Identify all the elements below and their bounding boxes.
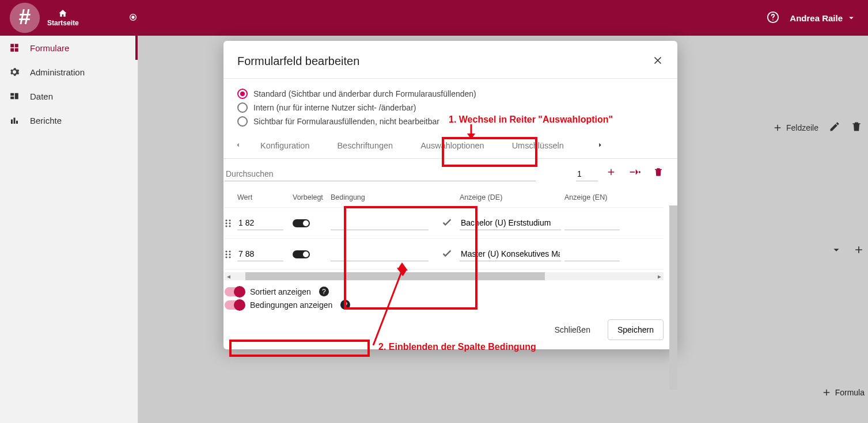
radio-intern[interactable]: Intern (nur für interne Nutzer sicht- /ä…	[237, 101, 664, 115]
switch-label: Bedingungen anzeigen	[250, 300, 332, 310]
svg-point-22	[229, 225, 230, 227]
delete-all-icon[interactable]	[653, 167, 664, 179]
tabs-scroll-right[interactable]	[592, 134, 609, 158]
wert-input[interactable]	[237, 216, 283, 230]
home-icon	[58, 9, 68, 18]
radio-standard[interactable]: Standard (Sichtbar und änderbar durch Fo…	[237, 87, 664, 101]
count-input[interactable]	[576, 167, 598, 181]
app-header: # Startseite Andrea Raile	[0, 0, 868, 36]
app-logo: #	[7, 0, 43, 36]
svg-point-18	[229, 219, 230, 221]
tab-konfiguration[interactable]: Konfiguration	[247, 133, 323, 158]
bedingung-input[interactable]	[331, 247, 429, 261]
close-icon[interactable]	[652, 55, 664, 68]
close-button[interactable]: Schließen	[545, 319, 600, 340]
tabs-scroll-left[interactable]	[229, 134, 247, 158]
svg-point-20	[229, 222, 230, 224]
check-icon[interactable]	[434, 216, 460, 230]
svg-point-5	[772, 19, 774, 20]
switch-label: Sortiert anzeigen	[250, 287, 311, 296]
home-label: Startseite	[47, 19, 79, 27]
options-table: Wert Vorbelegt Bedingung Anzeige (DE) An…	[225, 187, 664, 270]
th-anzeige-en: Anzeige (EN)	[564, 193, 664, 201]
search-input[interactable]	[225, 167, 536, 181]
table-row	[225, 239, 664, 270]
wert-input[interactable]	[237, 247, 283, 261]
svg-point-21	[225, 225, 227, 227]
svg-point-24	[229, 250, 230, 252]
horizontal-scrollbar[interactable]: ◄ ►	[225, 272, 664, 280]
annotation-text-1: 1. Wechsel in Reiter "Auswahloption"	[449, 115, 613, 125]
anzeige-de-input[interactable]	[460, 216, 561, 230]
help-conditions-icon[interactable]: ?	[340, 300, 350, 310]
help-icon[interactable]	[767, 11, 779, 25]
vorbelegt-toggle[interactable]	[293, 250, 310, 258]
annotation-text-2: 2. Einblenden der Spalte Bedingung	[378, 342, 536, 352]
th-vorbelegt: Vorbelegt	[293, 193, 331, 201]
svg-text:#: #	[19, 5, 31, 29]
drag-handle-icon[interactable]	[225, 250, 237, 259]
edit-field-modal: Formularfeld bearbeiten Standard (Sichtb…	[223, 41, 677, 349]
drag-handle-icon[interactable]	[225, 219, 237, 228]
svg-point-27	[225, 256, 227, 258]
user-name: Andrea Raile	[790, 13, 843, 23]
radio-label: Sichtbar für Formularausfüllenden, nicht…	[253, 117, 439, 126]
th-wert: Wert	[237, 193, 293, 201]
th-bedingung: Bedingung	[331, 193, 434, 201]
tab-beschriftungen[interactable]: Beschriftungen	[323, 133, 407, 158]
radio-label: Intern (nur für interne Nutzer sicht- /ä…	[253, 103, 416, 112]
sort-toggle[interactable]	[225, 287, 244, 296]
home-button[interactable]: Startseite	[47, 9, 79, 27]
svg-point-23	[225, 250, 227, 252]
radio-label: Standard (Sichtbar und änderbar durch Fo…	[253, 89, 476, 98]
svg-point-3	[132, 16, 134, 18]
save-button[interactable]: Speichern	[608, 319, 664, 340]
user-menu[interactable]: Andrea Raile	[790, 13, 856, 23]
anzeige-en-input[interactable]	[564, 247, 620, 261]
svg-point-16	[639, 171, 640, 173]
svg-point-25	[225, 253, 227, 255]
svg-point-17	[225, 219, 227, 221]
help-sort-icon[interactable]: ?	[319, 287, 329, 296]
svg-point-19	[225, 222, 227, 224]
modal-title: Formularfeld bearbeiten	[237, 55, 652, 68]
tab-auswahloptionen[interactable]: Auswahloptionen	[407, 133, 498, 158]
th-anzeige-de: Anzeige (DE)	[460, 193, 564, 201]
add-option-icon[interactable]	[606, 167, 616, 179]
bedingung-input[interactable]	[331, 216, 429, 230]
conditions-toggle[interactable]	[225, 300, 244, 310]
svg-point-28	[229, 256, 230, 258]
check-icon[interactable]	[434, 247, 460, 261]
table-row	[225, 208, 664, 239]
tab-umschluesseln[interactable]: Umschlüsseln	[498, 133, 578, 158]
chevron-down-icon	[846, 13, 856, 23]
svg-point-26	[229, 253, 230, 255]
vertical-scrollbar[interactable]	[669, 205, 677, 392]
modal-tabs: Konfiguration Beschriftungen Auswahlopti…	[223, 133, 677, 159]
anzeige-en-input[interactable]	[564, 216, 620, 230]
target-icon[interactable]	[128, 13, 138, 24]
tab-overflow[interactable]: P	[578, 133, 592, 158]
vorbelegt-toggle[interactable]	[293, 219, 310, 227]
anzeige-de-input[interactable]	[460, 247, 561, 261]
import-icon[interactable]	[629, 168, 640, 178]
